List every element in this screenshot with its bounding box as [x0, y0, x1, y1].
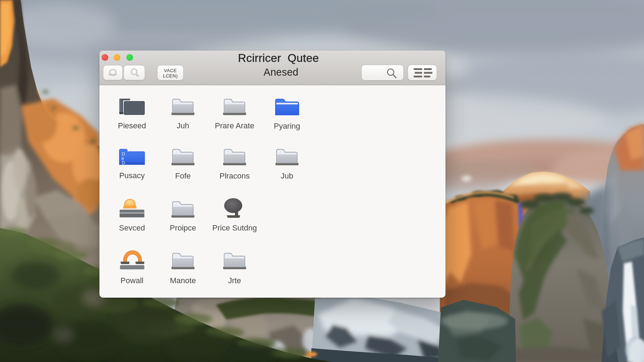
svg-text:D: D	[122, 160, 125, 165]
